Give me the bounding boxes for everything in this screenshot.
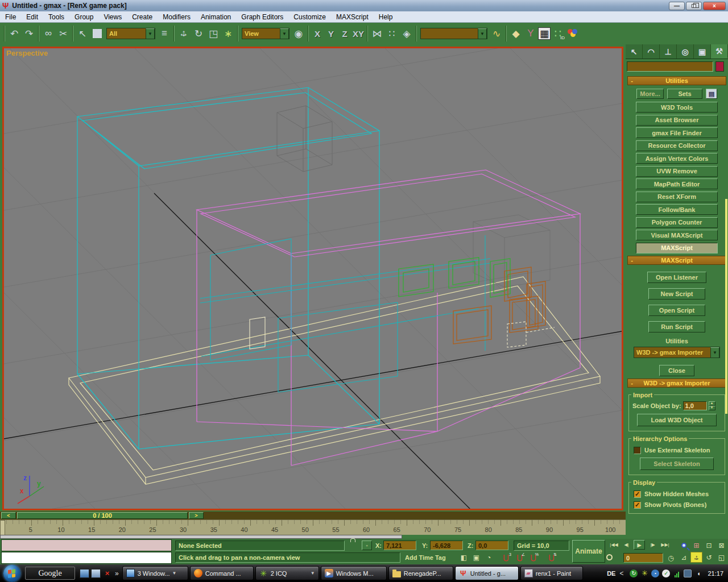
load-w3d-object-button[interactable]: Load W3D Object — [637, 414, 717, 426]
viewport-label[interactable]: Perspective — [6, 49, 48, 57]
track-view-icon[interactable]: ∿ — [489, 26, 504, 41]
time-slider-thumb[interactable]: 0 / 100 — [17, 512, 188, 519]
taskbar-button-windows-media[interactable]: ▶ Windows M... — [321, 566, 387, 580]
named-selection-sets-dropdown[interactable]: ▼ — [420, 28, 487, 39]
time-configuration-icon[interactable]: ◷ — [665, 553, 676, 563]
taskbar-button-windows-group[interactable]: 3 Window... ▼ — [122, 566, 188, 580]
utility-button[interactable]: Assign Vertex Colors — [636, 153, 718, 164]
utility-button[interactable]: W3D Tools — [636, 102, 718, 113]
absolute-offset-toggle-icon[interactable]: ▫ — [362, 541, 372, 550]
maxscript-button[interactable]: Run Script — [648, 321, 705, 332]
select-by-name-icon[interactable]: ≡ — [157, 26, 172, 41]
restore-button[interactable] — [686, 2, 702, 10]
utility-script-dropdown[interactable]: W3D -> gmax Importer ▼ — [634, 347, 720, 358]
use-external-skeleton-checkbox[interactable] — [634, 447, 641, 454]
animate-button[interactable]: Animate — [572, 540, 605, 563]
menu-item[interactable]: Group — [69, 12, 98, 22]
x-coordinate-field[interactable]: 7,121 — [383, 541, 416, 550]
perspective-viewport[interactable]: Perspective — [2, 47, 623, 510]
menu-item[interactable]: Help — [374, 12, 398, 22]
maxscript-button[interactable]: Open Script — [648, 305, 705, 316]
menu-item[interactable]: Edit — [21, 12, 43, 22]
taskbar-button-gmax-active[interactable]: Ψ Untitled - g... — [455, 566, 519, 580]
array-icon[interactable]: ∷ — [384, 26, 399, 41]
utility-button[interactable]: Resource Collector — [636, 140, 718, 151]
quick-launch-close-icon[interactable]: × — [102, 569, 112, 578]
object-name-field[interactable] — [627, 61, 713, 72]
tray-collapse-icon[interactable]: < — [619, 569, 623, 577]
tray-update-icon[interactable]: ↻ — [630, 569, 638, 577]
previous-frame-button[interactable]: ◀| — [621, 540, 632, 550]
utility-button[interactable]: Reset XForm — [636, 192, 718, 202]
tray-volume-icon[interactable]: ◖ — [694, 569, 702, 577]
language-indicator[interactable]: DE — [607, 570, 615, 577]
menu-item[interactable]: Graph Editors — [236, 12, 288, 22]
utility-button[interactable]: Asset Browser — [636, 115, 718, 126]
z-coordinate-field[interactable]: 0,0 — [475, 541, 508, 550]
wireframe-orange-frames[interactable] — [453, 267, 545, 344]
importer-rollout-header[interactable]: - W3D -> gmax Importer — [627, 379, 726, 388]
angle-snap-icon[interactable]: ⋃∠ — [514, 552, 525, 562]
close-button[interactable]: × — [703, 2, 726, 10]
menu-item[interactable]: Modifiers — [158, 12, 196, 22]
reference-coordinate-dropdown[interactable]: View ▼ — [242, 28, 289, 39]
track-bar-ruler[interactable]: 5101520253035404550556065707580859095100 — [0, 519, 626, 535]
next-frame-button[interactable]: |▶ — [647, 540, 658, 550]
zoom-extents-icon[interactable]: ⊡ — [703, 540, 715, 551]
tab-motion[interactable]: ◎ — [677, 44, 694, 59]
mini-listener-script-row[interactable] — [1, 552, 172, 564]
undo-icon[interactable]: ↶ — [7, 26, 22, 41]
go-to-end-button[interactable]: ▶▶| — [660, 540, 671, 550]
tray-network-icon[interactable] — [684, 569, 692, 577]
add-time-tag-button[interactable]: Add Time Tag — [405, 554, 446, 561]
select-and-link-icon[interactable]: ∞ — [41, 26, 56, 41]
field-of-view-icon[interactable]: ⊿ — [678, 552, 690, 563]
tray-contact-icon[interactable]: • — [651, 569, 659, 577]
configure-utilities-icon[interactable]: ▤ — [706, 89, 717, 99]
menu-item[interactable]: Views — [98, 12, 127, 22]
menu-item[interactable]: Animation — [196, 12, 236, 22]
tray-signal-icon[interactable] — [673, 569, 681, 577]
tab-display[interactable]: ▣ — [694, 44, 711, 59]
chevron-down-icon[interactable]: ▼ — [146, 28, 155, 39]
taskbar-button-command[interactable]: Command ... — [190, 566, 254, 580]
utility-button[interactable]: Polygon Counter — [636, 217, 718, 228]
scale-spinner[interactable]: ▲ ▼ — [709, 401, 715, 410]
wireframe-magenta-room[interactable] — [197, 170, 580, 465]
taskbar-button-renegade-folder[interactable]: RenegadeP... — [388, 566, 453, 580]
minimize-button[interactable]: — — [669, 2, 685, 10]
chevron-down-icon[interactable]: ▼ — [710, 347, 719, 357]
maxscript-rollout-header[interactable]: - MAXScript — [627, 256, 726, 265]
tab-hierarchy[interactable]: ⊥ — [660, 44, 677, 59]
window-switcher-icon[interactable] — [91, 569, 101, 578]
snap-toggle-3d-icon[interactable]: ⋃3 — [500, 552, 511, 562]
start-button[interactable] — [3, 565, 20, 582]
taskbar-button-paint[interactable]: ▰ renx1 - Paint — [520, 566, 583, 580]
quick-render-icon[interactable] — [565, 26, 580, 41]
track-bar-thumb[interactable] — [0, 520, 5, 535]
spinner-up-icon[interactable]: ▲ — [709, 401, 715, 406]
select-and-manipulate-icon[interactable]: ∗ — [221, 26, 235, 41]
tray-messenger-icon[interactable]: ✳ — [640, 569, 648, 577]
use-pivot-center-icon[interactable]: ◉ — [291, 26, 306, 41]
axis-constraint-button[interactable]: X — [311, 27, 324, 40]
taskbar-button-icq-group[interactable]: ✳ 2 ICQ ▼ — [255, 566, 319, 580]
y-coordinate-field[interactable]: -6,628 — [430, 541, 463, 550]
panel-scrollbar[interactable] — [725, 199, 727, 414]
time-slider-left-arrow[interactable]: < — [1, 512, 16, 519]
object-color-swatch[interactable] — [715, 61, 724, 72]
spinner-snap-icon[interactable]: ⋃⇅ — [546, 552, 557, 562]
show-pivots-checkbox[interactable]: ✓ — [634, 501, 641, 509]
zoom-icon[interactable] — [678, 540, 690, 551]
axis-constraint-button[interactable]: XY — [351, 27, 365, 40]
chevron-down-icon[interactable]: ▼ — [478, 28, 487, 39]
more-button[interactable]: More... — [636, 89, 664, 99]
layer-shield-icon[interactable]: ◆ — [508, 26, 523, 41]
material-editor-icon[interactable]: ▦ — [538, 27, 551, 40]
maxscript-mini-listener[interactable] — [1, 539, 172, 564]
axis-constraint-button[interactable]: Y — [324, 27, 338, 40]
tray-security-icon[interactable]: ✓ — [662, 569, 670, 577]
zoom-all-icon[interactable]: ⊞ — [690, 540, 702, 551]
utility-button[interactable]: Visual MAXScript — [636, 230, 718, 240]
soft-selection-icon[interactable]: ◔ — [483, 552, 494, 562]
